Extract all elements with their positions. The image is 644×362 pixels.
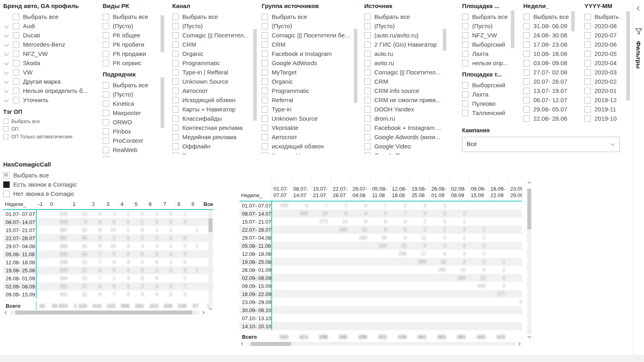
- slicer-item[interactable]: (Пусто): [462, 21, 510, 31]
- slicer-item[interactable]: Kinetica: [103, 99, 160, 108]
- slicer-item[interactable]: Programmatic: [262, 86, 353, 95]
- slicer-item[interactable]: Organic: [172, 49, 252, 58]
- slicer-item[interactable]: Pinbox: [103, 127, 160, 136]
- scrollbar-thumb[interactable]: [626, 11, 630, 101]
- slicer-item[interactable]: РК пробеги: [103, 40, 160, 49]
- checkbox[interactable]: [103, 23, 109, 29]
- slicer-item[interactable]: Медийная реклама: [172, 132, 252, 142]
- slicer-item[interactable]: Автоспот: [172, 86, 252, 95]
- slicer-item[interactable]: 13.07- 19.07: [523, 86, 571, 95]
- checkbox[interactable]: [3, 172, 10, 179]
- scrollbar-thumb[interactable]: [354, 29, 357, 103]
- checkbox[interactable]: [462, 14, 469, 20]
- checkbox[interactable]: [584, 88, 591, 94]
- slicer-item[interactable]: Google AdWords: [262, 58, 353, 68]
- slicer-item[interactable]: Лахта: [462, 90, 510, 99]
- checkbox[interactable]: [13, 14, 19, 20]
- slicer-item[interactable]: Programmatic: [172, 58, 252, 68]
- slicer-item[interactable]: Есть звонок в Comagic: [3, 180, 108, 189]
- checkbox[interactable]: [462, 23, 469, 29]
- checkbox[interactable]: [523, 41, 530, 48]
- slicer-item[interactable]: (auto.ru/avito.ru): [364, 31, 443, 40]
- slicer-item[interactable]: Таллинский: [462, 108, 510, 117]
- checkbox[interactable]: [103, 101, 109, 107]
- checkbox[interactable]: [262, 143, 268, 150]
- checkbox[interactable]: [103, 156, 109, 158]
- slicer-item[interactable]: 27.07- 02.08: [523, 68, 571, 77]
- scrollbar-thumb[interactable]: [161, 15, 164, 52]
- checkbox[interactable]: [172, 134, 179, 140]
- checkbox[interactable]: [13, 97, 19, 103]
- scroll-up-icon[interactable]: [528, 182, 531, 185]
- slicer-item[interactable]: Audi: [3, 21, 98, 31]
- slicer-item[interactable]: Рассылки: [172, 151, 252, 154]
- checkbox[interactable]: [584, 78, 591, 85]
- slicer-item[interactable]: РК сервис: [103, 58, 160, 68]
- slicer-item[interactable]: Google Поиск: [364, 151, 443, 154]
- slicer-item[interactable]: 29.06- 05.07: [523, 105, 571, 114]
- checkbox[interactable]: [364, 51, 371, 57]
- scrollbar-track[interactable]: [10, 311, 200, 315]
- slicer-item[interactable]: 03.08- 09.08: [523, 58, 571, 68]
- checkbox[interactable]: [103, 138, 109, 144]
- checkbox[interactable]: [262, 14, 268, 20]
- slicer-item[interactable]: Facebook + Instagram ...: [364, 123, 443, 132]
- checkbox[interactable]: [364, 125, 371, 131]
- slicer-item[interactable]: auto.ru: [364, 49, 443, 58]
- slicer-item[interactable]: NFZ_VW: [3, 49, 98, 58]
- expand-chevron-icon[interactable]: [3, 33, 10, 38]
- slicer-item[interactable]: 2020-07: [584, 31, 621, 40]
- checkbox[interactable]: [523, 78, 530, 85]
- slicer-item[interactable]: 2020-03: [584, 68, 621, 77]
- checkbox[interactable]: [262, 51, 268, 57]
- checkbox[interactable]: [523, 97, 530, 103]
- checkbox[interactable]: [103, 41, 109, 48]
- expand-chevron-icon[interactable]: [3, 97, 10, 103]
- scrollbar-thumb[interactable]: [15, 311, 192, 315]
- checkbox[interactable]: [262, 69, 268, 76]
- checkbox[interactable]: [172, 51, 179, 57]
- expand-chevron-icon[interactable]: [3, 23, 10, 29]
- checkbox[interactable]: [462, 101, 469, 107]
- checkbox[interactable]: [172, 69, 179, 76]
- checkbox[interactable]: [364, 23, 371, 29]
- checkbox[interactable]: [262, 88, 268, 94]
- checkbox[interactable]: [584, 23, 591, 29]
- checkbox[interactable]: [462, 91, 469, 98]
- slicer-item[interactable]: Уточнить: [3, 95, 98, 105]
- slicer-item[interactable]: Выбрать все: [3, 117, 98, 125]
- slicer-item[interactable]: 24.08- 30.08: [523, 31, 571, 40]
- checkbox[interactable]: [13, 51, 19, 57]
- scroll-left-icon[interactable]: [241, 342, 245, 346]
- checkbox[interactable]: [262, 106, 268, 113]
- slicer-item[interactable]: Карты + Навигатор: [262, 151, 353, 154]
- slicer-item[interactable]: 2019-10: [584, 114, 621, 123]
- checkbox[interactable]: [172, 97, 179, 103]
- checkbox[interactable]: [172, 88, 179, 94]
- checkbox[interactable]: [3, 126, 8, 132]
- collapse-pane-icon[interactable]: [636, 6, 641, 11]
- scroll-left-icon[interactable]: [5, 311, 8, 315]
- slicer-item[interactable]: Выбрать все: [103, 12, 160, 21]
- checkbox[interactable]: [523, 88, 530, 94]
- scrollbar-track[interactable]: [527, 187, 531, 335]
- checkbox[interactable]: [13, 23, 19, 29]
- scroll-up-icon[interactable]: [209, 204, 213, 208]
- checkbox[interactable]: [364, 60, 371, 66]
- scrollbar-thumb[interactable]: [251, 342, 291, 346]
- slicer-item[interactable]: CRM не смогли привя...: [364, 95, 443, 105]
- checkbox[interactable]: [584, 97, 591, 103]
- slicer-item[interactable]: Google Video: [364, 142, 443, 151]
- slicer-item[interactable]: Выбрать все: [3, 12, 98, 21]
- slicer-item[interactable]: Comagic ||| Посетител...: [364, 68, 443, 77]
- slicer-item[interactable]: 06.07- 12.07: [523, 95, 571, 105]
- checkbox[interactable]: [462, 32, 469, 39]
- slicer-item[interactable]: Оффлайн: [172, 142, 252, 151]
- checkbox[interactable]: [523, 14, 530, 20]
- checkbox[interactable]: [584, 51, 591, 57]
- slicer-item[interactable]: (Пусто): [262, 21, 353, 31]
- expand-chevron-icon[interactable]: [3, 60, 10, 66]
- checkbox[interactable]: [523, 69, 530, 76]
- checkbox[interactable]: [172, 106, 179, 113]
- checkbox[interactable]: [364, 14, 371, 20]
